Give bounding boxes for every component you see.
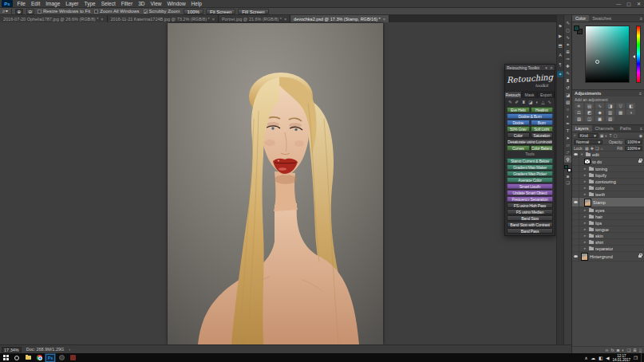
opacity-dropdown[interactable]: 100%▾ xyxy=(625,140,642,144)
taskbar-chrome-button[interactable] xyxy=(34,353,45,362)
panel-icon-toolkit[interactable]: ✦ xyxy=(557,71,563,77)
taskbar-app-circle-button[interactable] xyxy=(56,353,67,362)
layer-group-skin[interactable]: ▸skin xyxy=(572,233,644,239)
tray-volume-icon[interactable]: ◀ xyxy=(606,356,609,360)
toolkit-btn-smart-liquify[interactable]: Smart Liquify xyxy=(507,183,553,189)
checkbox-resize-windows-to-fit[interactable]: Resize Windows to Fit xyxy=(38,9,90,14)
toolkit-btn-dodge-burn[interactable]: Dodge & Burn xyxy=(507,113,553,119)
toolkit-btn-curves[interactable]: Curves xyxy=(507,145,530,151)
checkbox-box-zoom-all-windows[interactable] xyxy=(94,10,98,14)
layer-group-reparatur[interactable]: ▸reparatur xyxy=(572,246,644,252)
menu-filter[interactable]: Filter xyxy=(118,0,135,8)
adjustment-channel-mixer-icon[interactable]: ▥ xyxy=(606,109,614,115)
layers-tab-layers[interactable]: Layers xyxy=(572,125,592,132)
lock-pixels-icon[interactable]: ✚ xyxy=(591,146,594,151)
action-center-icon[interactable]: ❐ xyxy=(634,356,638,360)
zoom-percentage-field[interactable]: 17.34% xyxy=(2,347,22,352)
layers-tab-channels[interactable]: Channels xyxy=(592,125,617,132)
quick-mask-icon[interactable]: ◙ xyxy=(567,174,569,179)
canvas-area[interactable] xyxy=(0,22,563,344)
new-layer-icon[interactable]: ⊞ xyxy=(633,348,637,352)
close-icon[interactable]: ✕ xyxy=(637,0,641,8)
healing-tool[interactable]: ✚ xyxy=(564,62,571,69)
taskbar-file-explorer-button[interactable] xyxy=(22,353,34,362)
dodge-tool[interactable]: ◐ xyxy=(564,112,571,120)
visibility-toggle[interactable] xyxy=(572,220,579,226)
toolkit-btn-band-stop-with-contrast[interactable]: Band Stop with Contrast xyxy=(507,222,553,227)
layer-group-color[interactable]: ▸color xyxy=(572,185,644,191)
pen-tool[interactable]: ✒ xyxy=(564,120,571,127)
fit-screen-button[interactable]: Fit Screen xyxy=(206,9,235,14)
toolkit-btn-color-balance[interactable]: Color Balance xyxy=(531,145,554,151)
adjustment-icon[interactable]: ◐ xyxy=(622,348,624,352)
color-tab-swatches[interactable]: Swatches xyxy=(589,15,614,22)
adjustment-curves-icon[interactable]: ∿ xyxy=(595,103,604,108)
color-picker-ring[interactable] xyxy=(595,60,599,64)
panel-menu-icon[interactable]: ≡ xyxy=(640,15,642,22)
tray-chevron-up-icon[interactable]: ∧ xyxy=(585,356,588,360)
adjustment-vibrance-icon[interactable]: ▽ xyxy=(616,103,625,108)
stamp-icon[interactable]: ♜ xyxy=(522,100,526,104)
expand-caret-icon[interactable]: ▸ xyxy=(584,192,587,196)
tray-network-icon[interactable]: ◧ xyxy=(599,356,603,360)
visibility-toggle[interactable] xyxy=(572,158,579,165)
menu-select[interactable]: Select xyxy=(98,0,118,8)
adjustment-posterize-icon[interactable]: ▧ xyxy=(575,116,583,121)
adjustment-invert-icon[interactable]: ◑ xyxy=(626,109,635,115)
toolkit-btn-band-pass[interactable]: Band Pass xyxy=(507,228,553,234)
visibility-toggle[interactable] xyxy=(572,252,579,261)
toolkit-btn-fs-using-high-pass[interactable]: FS using High Pass xyxy=(507,203,553,208)
filter-toggle-icon[interactable]: ◉ xyxy=(639,133,642,138)
kind-filter-dropdown[interactable]: Kind▾ xyxy=(578,133,599,138)
history-brush-tool[interactable]: ↺ xyxy=(564,84,571,91)
expand-caret-icon[interactable]: ▾ xyxy=(581,152,584,156)
tab-close-icon[interactable]: × xyxy=(284,17,286,22)
gradient-tool[interactable]: ▨ xyxy=(564,98,571,105)
blur-tool[interactable]: ○ xyxy=(564,105,571,112)
expand-caret-icon[interactable]: ▸ xyxy=(584,208,587,212)
menu-layer[interactable]: Layer xyxy=(63,0,81,8)
100-button[interactable]: 100% xyxy=(184,9,203,14)
taskbar-app-misc-button[interactable] xyxy=(67,353,78,362)
layer-group-liquify[interactable]: ▸liquify xyxy=(572,172,644,179)
panel-icon-character[interactable]: A xyxy=(557,52,563,58)
panel-icon-paragraph[interactable]: ¶ xyxy=(557,61,563,68)
filter-pixel-icon[interactable]: ▣ xyxy=(600,133,604,138)
checkbox-zoom-all-windows[interactable]: Zoom All Windows xyxy=(94,9,139,14)
clone-stamp-tool[interactable]: ♜ xyxy=(564,77,571,84)
menu-file[interactable]: File xyxy=(14,0,28,8)
mask-icon[interactable]: ◙ xyxy=(617,348,619,352)
marquee-tool[interactable]: ◻ xyxy=(564,26,571,33)
expand-caret-icon[interactable]: ▸ xyxy=(584,234,587,238)
quick-select-tool[interactable]: ✦ xyxy=(564,41,571,48)
path-select-tool[interactable]: ➤ xyxy=(564,134,571,141)
adjustment-hue-saturation-icon[interactable]: ◧ xyxy=(626,103,635,108)
tab-close-icon[interactable]: × xyxy=(383,17,385,22)
lock-all-icon[interactable]: ⌂ xyxy=(600,146,603,151)
toolkit-btn-gradient-map-maker[interactable]: Gradient Map Maker xyxy=(507,164,553,170)
visibility-toggle[interactable] xyxy=(572,233,579,238)
expand-caret-icon[interactable]: ▸ xyxy=(584,179,587,183)
layer-group-teeth[interactable]: ▸teeth xyxy=(572,191,644,198)
layer-group-shirt[interactable]: ▸shirt xyxy=(572,239,644,246)
menu-window[interactable]: Window xyxy=(164,0,188,8)
adjustment-color-balance-icon[interactable]: ⚖ xyxy=(575,109,583,115)
adjustment-color-lookup-icon[interactable]: ▦ xyxy=(616,109,625,115)
layer-to-do[interactable]: to do xyxy=(572,158,644,166)
eraser-tool[interactable]: ◪ xyxy=(564,91,571,98)
tab-close-icon[interactable]: × xyxy=(101,17,103,22)
hue-slider-marker[interactable] xyxy=(633,55,635,58)
panel-close-icon[interactable]: ✕ xyxy=(550,65,553,70)
filter-shape-icon[interactable]: ▢ xyxy=(614,133,618,138)
visibility-toggle[interactable] xyxy=(572,151,579,157)
toolkit-btn-color[interactable]: Color xyxy=(507,132,530,138)
sharpen-icon[interactable]: △ xyxy=(541,100,544,104)
layer-group-contouring[interactable]: ▸contouring xyxy=(572,179,644,185)
link-icon[interactable]: ∞ xyxy=(606,348,609,352)
zoom-tool[interactable]: ⚲ xyxy=(564,155,571,163)
layer-group-lips[interactable]: ▸lips xyxy=(572,220,644,226)
document-tab-2016-11-21-k[interactable]: 2016-11-21 Katerina1724B.jpg @ 73.2% (RG… xyxy=(108,15,219,22)
foreground-background-chips[interactable] xyxy=(574,26,583,37)
adjustment-black-white-icon[interactable]: ◩ xyxy=(585,109,594,115)
toolkit-btn-eye-help[interactable]: Eye Help xyxy=(507,107,530,112)
